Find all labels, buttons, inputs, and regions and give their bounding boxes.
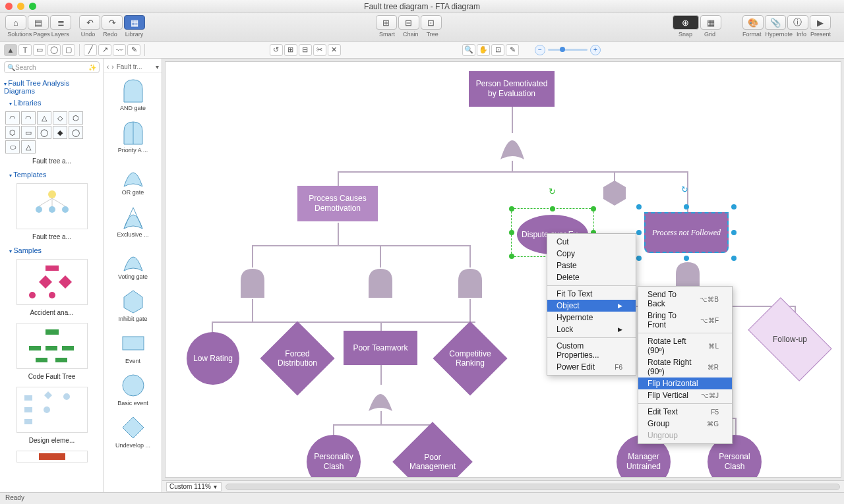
- tree-samples[interactable]: Samples: [3, 244, 101, 256]
- dropdown-icon[interactable]: ▾: [156, 63, 159, 70]
- arrow-tool[interactable]: ↗: [98, 44, 111, 56]
- sub-rotate-left[interactable]: Rotate Left (90º)⌘L: [638, 335, 732, 356]
- library-button[interactable]: ▦: [124, 15, 145, 30]
- text-tool[interactable]: T: [18, 44, 32, 56]
- sub-send-back[interactable]: Send To Back⌥⌘B: [638, 289, 732, 310]
- magnify-tool[interactable]: 🔍: [462, 44, 475, 56]
- tree-root[interactable]: Fault Tree Analysis Diagrams: [3, 77, 101, 97]
- ctx-paste[interactable]: Paste: [547, 260, 636, 271]
- sub-bring-front[interactable]: Bring To Front⌥⌘F: [638, 310, 732, 331]
- tree-templates[interactable]: Templates: [3, 169, 101, 181]
- ctx-lock[interactable]: Lock▶: [547, 323, 636, 335]
- line-tool[interactable]: ╱: [84, 44, 97, 56]
- chain-button[interactable]: ⊟: [398, 15, 419, 30]
- context-sub-menu[interactable]: Send To Back⌥⌘B Bring To Front⌥⌘F Rotate…: [638, 286, 733, 444]
- close-icon[interactable]: [5, 3, 13, 10]
- tool-d[interactable]: ✂: [313, 44, 326, 56]
- eyedrop-tool[interactable]: ✎: [506, 44, 519, 56]
- node-competitive-ranking[interactable]: Competitive Ranking: [444, 332, 497, 385]
- curve-tool[interactable]: 〰: [113, 44, 126, 56]
- search-input[interactable]: 🔍 Search ✨: [4, 61, 100, 73]
- minimize-icon[interactable]: [17, 3, 24, 10]
- gate-and-1[interactable]: [238, 266, 267, 299]
- crop-tool[interactable]: ⊡: [491, 44, 504, 56]
- shape-and-gate[interactable]: AND gate: [104, 73, 162, 115]
- shape-inhibit-gate[interactable]: Inhibit gate: [104, 284, 162, 326]
- wand-icon[interactable]: ✨: [88, 64, 96, 71]
- node-personality-clash[interactable]: Personality Clash: [307, 435, 361, 478]
- gate-or-top[interactable]: [498, 128, 527, 161]
- sub-edit-text[interactable]: Edit TextF5: [638, 406, 732, 418]
- pages-button[interactable]: ▤: [28, 15, 49, 30]
- shape-voting-gate[interactable]: Voting gate: [104, 242, 162, 284]
- zoom-out-button[interactable]: −: [535, 45, 545, 55]
- sample-thumb-4[interactable]: [16, 451, 88, 462]
- h-scrollbar[interactable]: [226, 484, 840, 490]
- node-poor-management[interactable]: Poor Management: [404, 434, 461, 478]
- tool-c[interactable]: ⊟: [299, 44, 312, 56]
- smart-button[interactable]: ⊞: [376, 15, 397, 30]
- gate-and-3[interactable]: [456, 266, 485, 299]
- tool-a[interactable]: ↺: [270, 44, 283, 56]
- template-thumb[interactable]: [16, 183, 88, 229]
- ctx-fit[interactable]: Fit To Text: [547, 288, 636, 300]
- present-button[interactable]: ▶: [810, 15, 831, 30]
- ctx-cut[interactable]: Cut: [547, 236, 636, 248]
- tool-e[interactable]: ✕: [328, 44, 341, 56]
- sub-flip-vertical[interactable]: Flip Vertical⌥⌘J: [638, 389, 732, 401]
- shape-or-gate[interactable]: OR gate: [104, 157, 162, 200]
- rect-tool[interactable]: ▭: [33, 44, 46, 56]
- format-button[interactable]: 🎨: [742, 15, 764, 30]
- redo-button[interactable]: ↷: [102, 15, 123, 30]
- library-thumb-grid[interactable]: ◠◠△◇ ⬡⬡▭◯ ◆◯⬭△: [3, 109, 101, 156]
- snap-button[interactable]: ⊕: [673, 15, 699, 30]
- ctx-hypernote[interactable]: Hypernote: [547, 312, 636, 323]
- ctx-copy[interactable]: Copy: [547, 248, 636, 260]
- node-forced-distribution[interactable]: Forced Distribution: [271, 332, 324, 385]
- tree-libraries[interactable]: Libraries: [3, 97, 101, 109]
- node-person-demotivated[interactable]: Person Demotivated by Evaluation: [469, 71, 555, 107]
- gate-or-team[interactable]: [366, 382, 395, 412]
- context-menu[interactable]: Cut Copy Paste Delete Fit To Text Object…: [547, 233, 636, 376]
- info-button[interactable]: ⓘ: [787, 15, 808, 30]
- solutions-button[interactable]: ⌂: [5, 15, 26, 30]
- pointer-tool[interactable]: ▲: [4, 44, 17, 56]
- back-icon[interactable]: ‹: [107, 63, 109, 70]
- sample-thumb-2[interactable]: [16, 323, 88, 369]
- gate-and-2[interactable]: [366, 266, 395, 299]
- hypernote-button[interactable]: 📎: [765, 15, 786, 30]
- ctx-object[interactable]: Object▶: [547, 300, 636, 312]
- undo-button[interactable]: ↶: [79, 15, 100, 30]
- roundrect-tool[interactable]: ▢: [62, 44, 75, 56]
- node-process-causes[interactable]: Process Causes Demotivation: [297, 186, 378, 221]
- zoom-icon[interactable]: [29, 3, 36, 10]
- sub-group[interactable]: Group⌘G: [638, 418, 732, 430]
- zoom-select[interactable]: Custom 111% ▼: [166, 482, 222, 491]
- ctx-custom[interactable]: Custom Properties...: [547, 340, 636, 361]
- shape-basic-event[interactable]: Basic event: [104, 368, 162, 410]
- ctx-delete[interactable]: Delete: [547, 271, 636, 283]
- shape-priority-and[interactable]: Priority A ...: [104, 115, 162, 157]
- shape-undeveloped[interactable]: Undevelop ...: [104, 410, 162, 453]
- sample-thumb-1[interactable]: [16, 259, 88, 305]
- node-low-rating[interactable]: Low Rating: [187, 332, 239, 385]
- canvas[interactable]: Person Demotivated by Evaluation Process…: [165, 61, 841, 478]
- hand-tool[interactable]: ✋: [477, 44, 490, 56]
- tool-b[interactable]: ⊞: [284, 44, 297, 56]
- grid-button[interactable]: ▦: [700, 15, 721, 30]
- ctx-power[interactable]: Power EditF6: [547, 361, 636, 373]
- ellipse-tool[interactable]: ◯: [47, 44, 61, 56]
- sub-flip-horizontal[interactable]: Flip Horizontal: [638, 378, 732, 389]
- gate-hex[interactable]: [601, 179, 628, 207]
- fwd-icon[interactable]: ›: [111, 63, 113, 70]
- sample-thumb-3[interactable]: [16, 387, 88, 433]
- node-follow-up[interactable]: Follow-up: [754, 316, 826, 362]
- zoom-slider[interactable]: [548, 49, 588, 51]
- layers-button[interactable]: ≣: [50, 15, 71, 30]
- sub-rotate-right[interactable]: Rotate Right (90º)⌘R: [638, 356, 732, 378]
- shape-event[interactable]: Event: [104, 326, 162, 368]
- pen-tool[interactable]: ✎: [127, 44, 140, 56]
- zoom-in-button[interactable]: +: [590, 45, 601, 55]
- shape-exclusive-or[interactable]: Exclusive ...: [104, 200, 162, 242]
- tree-button[interactable]: ⊡: [421, 15, 442, 30]
